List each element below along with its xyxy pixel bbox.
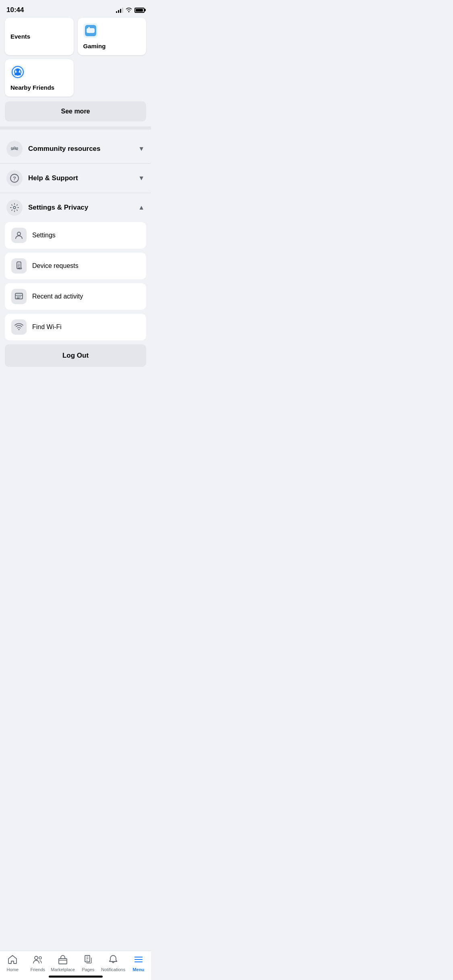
gaming-card[interactable]: Gaming bbox=[78, 18, 147, 55]
help-icon: ? bbox=[6, 170, 23, 186]
community-chevron-icon: ▼ bbox=[138, 145, 145, 152]
recent-ad-activity-label: Recent ad activity bbox=[32, 293, 83, 300]
main-content: Events Gaming bbox=[0, 18, 151, 406]
battery-icon bbox=[134, 8, 145, 13]
status-bar: 10:44 bbox=[0, 0, 151, 18]
community-icon bbox=[6, 141, 23, 157]
device-requests-label: Device requests bbox=[32, 262, 79, 270]
recent-ad-activity-item[interactable]: Recent ad activity bbox=[5, 283, 146, 310]
recent-ad-activity-icon bbox=[11, 289, 27, 304]
gaming-icon bbox=[83, 23, 141, 39]
settings-privacy-label: Settings & Privacy bbox=[28, 204, 138, 212]
help-support-section[interactable]: ? Help & Support ▼ bbox=[0, 164, 151, 193]
nearby-friends-icon bbox=[10, 65, 68, 81]
find-wifi-item[interactable]: Find Wi-Fi bbox=[5, 314, 146, 340]
settings-item[interactable]: Settings bbox=[5, 222, 146, 249]
wifi-icon bbox=[126, 7, 132, 14]
settings-chevron-icon: ▲ bbox=[138, 204, 145, 211]
svg-point-15 bbox=[17, 232, 21, 235]
find-wifi-label: Find Wi-Fi bbox=[32, 323, 62, 331]
see-more-button[interactable]: See more bbox=[5, 101, 146, 121]
gaming-label: Gaming bbox=[83, 43, 141, 49]
settings-privacy-icon bbox=[6, 200, 23, 216]
logout-button[interactable]: Log Out bbox=[5, 344, 146, 367]
svg-text:?: ? bbox=[13, 175, 16, 181]
svg-point-22 bbox=[19, 329, 20, 330]
device-requests-icon bbox=[11, 258, 27, 274]
status-time: 10:44 bbox=[6, 6, 24, 14]
svg-rect-2 bbox=[87, 28, 95, 33]
settings-item-icon bbox=[11, 228, 27, 243]
svg-point-7 bbox=[16, 69, 19, 72]
help-support-label: Help & Support bbox=[28, 174, 138, 182]
community-resources-label: Community resources bbox=[28, 145, 138, 153]
community-resources-section[interactable]: Community resources ▼ bbox=[0, 134, 151, 164]
svg-rect-3 bbox=[88, 27, 90, 29]
nearby-friends-card[interactable]: Nearby Friends bbox=[5, 59, 74, 97]
events-label: Events bbox=[10, 33, 68, 40]
signal-icon bbox=[116, 7, 123, 13]
status-icons bbox=[116, 7, 145, 14]
nearby-friends-label: Nearby Friends bbox=[10, 84, 68, 91]
events-card[interactable]: Events bbox=[5, 18, 74, 55]
help-chevron-icon: ▼ bbox=[138, 175, 145, 182]
divider-1 bbox=[0, 126, 151, 130]
shortcut-grid: Events Gaming bbox=[0, 18, 151, 101]
settings-label: Settings bbox=[32, 232, 56, 239]
settings-privacy-section[interactable]: Settings & Privacy ▲ bbox=[0, 193, 151, 222]
find-wifi-icon bbox=[11, 319, 27, 335]
svg-point-14 bbox=[13, 206, 16, 209]
settings-expanded-section: Settings Device requests bbox=[0, 222, 151, 340]
device-requests-item[interactable]: Device requests bbox=[5, 253, 146, 279]
